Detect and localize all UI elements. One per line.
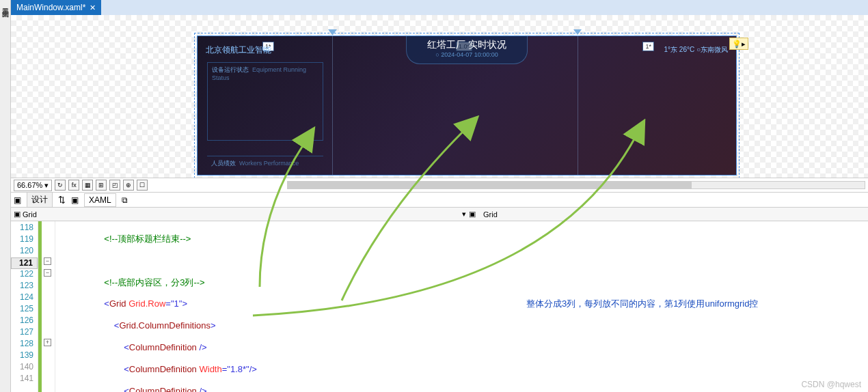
center-title: 红塔工厂 实时状况 xyxy=(427,39,506,51)
zoom-dropdown[interactable]: 66.67% ▾ xyxy=(14,180,52,191)
grid-icon-2[interactable]: ⊞ xyxy=(96,180,107,191)
document-tab[interactable]: MainWindow.xaml* ✕ xyxy=(11,0,101,15)
snap-icon[interactable]: ◰ xyxy=(109,180,120,191)
swap-icon[interactable]: ⇅ xyxy=(58,195,66,205)
close-icon[interactable]: ✕ xyxy=(90,3,96,12)
left-toolbar[interactable]: 工具箱 文档大纲 xyxy=(0,0,11,392)
zoom-toolbar: 66.67% ▾ ↻ fx ▦ ⊞ ◰ ⊕ ☐ xyxy=(11,178,868,193)
designer-canvas[interactable]: 1* 1.0* 1* 北京领航工业智能 红塔工厂 实时状况 ○ 2024-04-… xyxy=(11,15,868,178)
grid-icon-1[interactable]: ▦ xyxy=(82,180,93,191)
column-ruler[interactable] xyxy=(198,29,736,35)
fold-minus-icon[interactable]: − xyxy=(44,269,51,277)
fold-column[interactable]: − − + xyxy=(42,221,55,392)
horizontal-scrollbar[interactable] xyxy=(287,181,865,189)
xaml-icon: ▣ xyxy=(71,195,79,205)
crumb-right[interactable]: Grid xyxy=(483,210,498,219)
crumb-left[interactable]: Grid xyxy=(23,210,37,219)
center-subtitle: ○ 2024-04-07 10:00:00 xyxy=(427,51,506,58)
popout-icon[interactable]: ⧉ xyxy=(122,195,128,205)
crumb-icon: ▣ xyxy=(14,210,21,219)
section2-title: 人员绩效 Workers Performance xyxy=(207,156,323,171)
design-tab-button[interactable]: 设计 xyxy=(27,192,53,208)
preview-section-2[interactable]: 人员绩效 Workers Performance xyxy=(207,156,323,171)
fold-minus-icon[interactable]: − xyxy=(44,257,51,265)
refresh-icon[interactable]: ↻ xyxy=(55,180,66,191)
annotation-text: 整体分成3列，每列放不同的内容，第1列使用uniformgrid控 xyxy=(526,298,759,310)
crumb-dropdown-icon[interactable]: ▾ xyxy=(462,210,466,219)
header-left-text: 北京领航工业智能 xyxy=(206,44,271,56)
fold-plus-icon[interactable]: + xyxy=(44,339,51,346)
watermark: CSDN @hqwest xyxy=(801,380,861,389)
breadcrumb-bar: ▣ Grid ▾ ▣ Grid xyxy=(11,208,868,221)
header-center: 红塔工厂 实时状况 ○ 2024-04-07 10:00:00 xyxy=(406,36,528,64)
lightbulb-icon[interactable]: 💡▸ xyxy=(729,38,748,50)
fx-icon[interactable]: fx xyxy=(68,180,79,191)
xaml-tab-button[interactable]: XAML xyxy=(84,193,116,207)
box-icon[interactable]: ☐ xyxy=(137,180,148,191)
tab-bar-space xyxy=(101,0,868,15)
code-comment: <!--顶部标题栏结束--> xyxy=(104,234,191,244)
crumb-icon-right: ▣ xyxy=(469,210,476,219)
tab-bar: MainWindow.xaml* ✕ xyxy=(11,0,868,15)
preview-section-1[interactable]: 设备运行状态 Equipment Running Status xyxy=(207,62,323,141)
section1-title: 设备运行状态 Equipment Running Status xyxy=(208,63,323,84)
preview-header: 北京领航工业智能 红塔工厂 实时状况 ○ 2024-04-07 10:00:00… xyxy=(198,36,736,64)
code-comment: <!--底部内容区，分3列--> xyxy=(104,277,204,288)
target-icon[interactable]: ⊕ xyxy=(123,180,134,191)
design-icon: ▣ xyxy=(14,195,21,205)
view-switcher: ▣ 设计 ⇅ ▣ XAML ⧉ xyxy=(11,193,868,208)
line-gutter: 118119120 121 122123124125 126127128139 … xyxy=(11,221,38,392)
xaml-preview[interactable]: 1* 1.0* 1* 北京领航工业智能 红塔工厂 实时状况 ○ 2024-04-… xyxy=(197,36,737,176)
tab-title: MainWindow.xaml* xyxy=(16,3,85,12)
header-right-text: 1°东 26°C ○东南微风 xyxy=(664,45,728,55)
